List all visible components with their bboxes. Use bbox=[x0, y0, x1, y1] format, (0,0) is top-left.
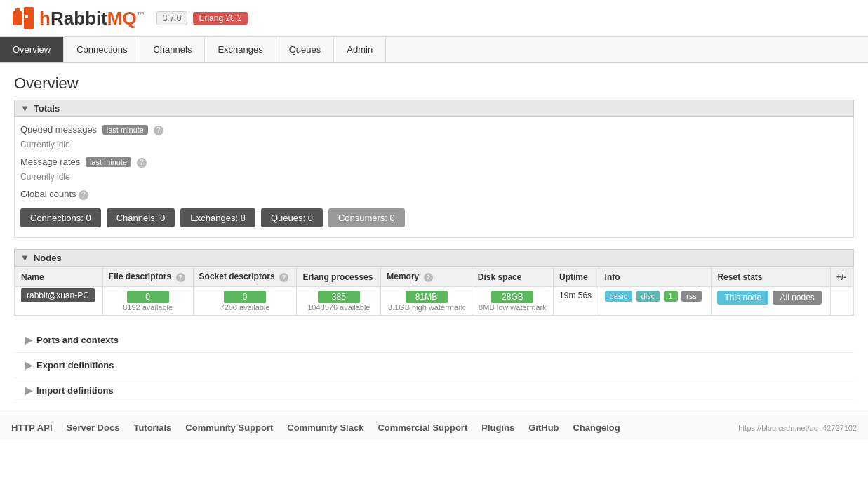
footer-tutorials[interactable]: Tutorials bbox=[133, 422, 171, 433]
logo-orange: h bbox=[39, 8, 51, 29]
nodes-arrow: ▼ bbox=[20, 253, 29, 263]
memory-value: 81MB bbox=[406, 291, 448, 303]
ports-contexts-section: ▶ Ports and contexts bbox=[14, 328, 854, 353]
nav-overview[interactable]: Overview bbox=[0, 37, 64, 62]
totals-header[interactable]: ▼ Totals bbox=[14, 100, 854, 117]
import-arrow: ▶ bbox=[25, 385, 32, 396]
td-reset-stats: This node All nodes bbox=[712, 287, 830, 316]
footer-http-api[interactable]: HTTP API bbox=[11, 422, 53, 433]
th-plusminus: +/- bbox=[830, 267, 853, 287]
nodes-table: Name File descriptors ? Socket descripto… bbox=[15, 267, 853, 316]
main-content: Overview ▼ Totals Queued messages last m… bbox=[0, 63, 868, 415]
queued-help[interactable]: ? bbox=[154, 126, 163, 135]
th-memory: Memory ? bbox=[381, 267, 472, 287]
footer-changelog[interactable]: Changelog bbox=[573, 422, 620, 433]
message-rates-badge[interactable]: last minute bbox=[86, 157, 131, 167]
file-desc-help[interactable]: ? bbox=[176, 273, 185, 282]
totals-arrow: ▼ bbox=[20, 103, 29, 114]
th-disk-space: Disk space bbox=[472, 267, 553, 287]
footer-plugins[interactable]: Plugins bbox=[481, 422, 514, 433]
connections-count-btn[interactable]: Connections: 0 bbox=[20, 208, 101, 227]
uptime-value: 19m 56s bbox=[559, 291, 592, 300]
svg-rect-3 bbox=[25, 15, 28, 18]
logo-brand: Rabbit bbox=[51, 8, 107, 29]
page-title: Overview bbox=[14, 74, 854, 93]
info-badge-disc[interactable]: disc bbox=[636, 291, 660, 302]
logo: hRabbitMQ™ bbox=[11, 6, 145, 31]
global-counts-row: Global counts ? bbox=[15, 186, 853, 203]
svg-rect-2 bbox=[24, 7, 34, 29]
footer-github[interactable]: GitHub bbox=[528, 422, 559, 433]
export-definitions-header[interactable]: ▶ Export definitions bbox=[25, 360, 843, 371]
th-name: Name bbox=[15, 267, 103, 287]
version-badge: 3.7.0 bbox=[156, 11, 188, 25]
exchanges-count-btn[interactable]: Exchanges: 8 bbox=[180, 208, 255, 227]
th-info: Info bbox=[599, 267, 712, 287]
nodes-table-header-row: Name File descriptors ? Socket descripto… bbox=[15, 267, 853, 287]
queued-badge[interactable]: last minute bbox=[102, 125, 148, 135]
socket-desc-available: 7280 available bbox=[199, 303, 291, 312]
table-row: rabbit@xuan-PC 0 8192 available 0 7280 a… bbox=[15, 287, 853, 316]
reset-this-node-btn[interactable]: This node bbox=[717, 291, 768, 305]
socket-desc-value: 0 bbox=[224, 291, 266, 303]
disk-value: 28GB bbox=[491, 291, 533, 303]
footer-community-support[interactable]: Community Support bbox=[185, 422, 273, 433]
consumers-count-btn[interactable]: Consumers: 0 bbox=[328, 208, 405, 227]
nav-channels[interactable]: Channels bbox=[140, 37, 205, 62]
nav-connections[interactable]: Connections bbox=[64, 37, 140, 62]
nodes-header[interactable]: ▼ Nodes bbox=[14, 249, 854, 267]
disk-watermark: 8MB low watermark bbox=[478, 303, 547, 312]
memory-help[interactable]: ? bbox=[424, 273, 433, 282]
td-erlang-processes: 385 1048576 available bbox=[297, 287, 381, 316]
socket-desc-help[interactable]: ? bbox=[279, 273, 288, 282]
th-uptime: Uptime bbox=[554, 267, 599, 287]
td-node-name: rabbit@xuan-PC bbox=[15, 287, 103, 316]
ports-contexts-header[interactable]: ▶ Ports and contexts bbox=[25, 335, 843, 345]
memory-watermark: 3.1GB high watermark bbox=[387, 303, 465, 312]
export-definitions-label: Export definitions bbox=[36, 360, 114, 371]
th-reset-stats: Reset stats bbox=[712, 267, 830, 287]
reset-all-nodes-btn[interactable]: All nodes bbox=[773, 291, 821, 305]
info-badge-1[interactable]: 1 bbox=[664, 291, 678, 302]
erlang-processes-available: 1048576 available bbox=[302, 303, 375, 312]
nodes-section: ▼ Nodes Name File descriptors ? bbox=[14, 249, 854, 316]
message-rates-idle: Currently idle bbox=[15, 171, 853, 186]
queues-count-btn[interactable]: Queues: 0 bbox=[261, 208, 323, 227]
footer: HTTP API Server Docs Tutorials Community… bbox=[0, 415, 868, 440]
nodes-label: Nodes bbox=[34, 253, 62, 263]
footer-commercial-support[interactable]: Commercial Support bbox=[378, 422, 467, 433]
message-rates-label: Message rates bbox=[20, 156, 80, 167]
global-counts-help[interactable]: ? bbox=[79, 190, 88, 200]
logo-mq: MQ bbox=[107, 8, 137, 29]
th-erlang-processes: Erlang processes bbox=[297, 267, 381, 287]
queued-idle: Currently idle bbox=[15, 138, 853, 154]
nav-admin[interactable]: Admin bbox=[334, 37, 386, 62]
nodes-table-container: Name File descriptors ? Socket descripto… bbox=[15, 267, 853, 316]
footer-community-slack[interactable]: Community Slack bbox=[287, 422, 363, 433]
export-arrow: ▶ bbox=[25, 360, 32, 371]
td-file-descriptors: 0 8192 available bbox=[102, 287, 193, 316]
global-counts-label: Global counts bbox=[20, 189, 76, 199]
message-rates-help[interactable]: ? bbox=[137, 158, 147, 168]
import-definitions-header[interactable]: ▶ Import definitions bbox=[25, 385, 843, 396]
td-extra bbox=[830, 287, 853, 316]
file-desc-available: 8192 available bbox=[109, 303, 187, 312]
node-name-badge: rabbit@xuan-PC bbox=[21, 288, 95, 302]
nav-exchanges[interactable]: Exchanges bbox=[205, 37, 276, 62]
th-socket-descriptors: Socket descriptors ? bbox=[193, 267, 297, 287]
footer-server-docs[interactable]: Server Docs bbox=[67, 422, 120, 433]
info-badge-basic[interactable]: basic bbox=[605, 291, 633, 302]
logo-tm: ™ bbox=[137, 10, 145, 20]
td-memory: 81MB 3.1GB high watermark bbox=[381, 287, 472, 316]
ports-arrow: ▶ bbox=[25, 335, 32, 345]
totals-label: Totals bbox=[34, 103, 60, 114]
footer-url: https://blog.csdn.net/qq_42727102 bbox=[738, 424, 857, 432]
nav-queues[interactable]: Queues bbox=[276, 37, 335, 62]
totals-section: ▼ Totals Queued messages last minute ? C… bbox=[14, 100, 854, 238]
info-badge-rss[interactable]: rss bbox=[681, 291, 702, 302]
channels-count-btn[interactable]: Channels: 0 bbox=[107, 208, 175, 227]
td-socket-descriptors: 0 7280 available bbox=[193, 287, 297, 316]
th-file-descriptors: File descriptors ? bbox=[102, 267, 193, 287]
ports-contexts-label: Ports and contexts bbox=[36, 335, 119, 345]
td-info: basic disc 1 rss bbox=[599, 287, 712, 316]
